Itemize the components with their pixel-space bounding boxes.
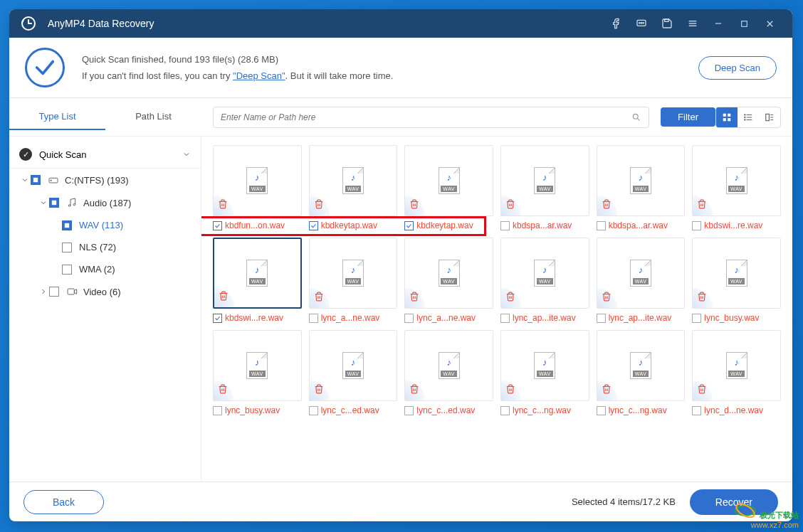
file-thumbnail[interactable]: ♪WAV [692,145,781,216]
file-thumbnail[interactable]: ♪WAV [404,238,493,309]
audio-icon [66,197,78,208]
facebook-icon[interactable] [603,9,629,38]
recover-button[interactable]: Recover [690,489,778,515]
app-logo-icon [19,14,38,33]
search-box[interactable] [213,107,649,128]
file-checkbox[interactable] [213,314,222,323]
file-thumbnail[interactable]: ♪WAV [692,238,781,309]
file-card[interactable]: ♪WAVkbdspa...ar.wav [500,145,589,230]
file-thumbnail[interactable]: ♪WAV [597,330,686,401]
checkbox[interactable] [31,175,41,185]
file-card[interactable]: ♪WAVlync_busy.wav [692,238,781,323]
file-checkbox[interactable] [309,314,318,323]
sidebar-quick-scan[interactable]: ✓ Quick Scan [9,141,201,169]
file-thumbnail[interactable]: ♪WAV [213,145,302,216]
filter-button[interactable]: Filter [661,107,715,127]
message-icon[interactable] [629,9,654,38]
file-card[interactable]: ♪WAVkbdfun...on.wav [213,145,302,230]
file-card[interactable]: ♪WAVlync_c...ed.wav [404,330,493,415]
file-card[interactable]: ♪WAVlync_a...ne.wav [404,238,493,323]
menu-icon[interactable] [680,9,705,38]
checkbox[interactable] [62,265,72,275]
file-card[interactable]: ♪WAVkbdswi...re.wav [692,145,781,230]
checkbox[interactable] [62,243,72,252]
file-card[interactable]: ♪WAVkbdspa...ar.wav [597,145,686,230]
file-label: kbdkeytap.wav [404,220,493,230]
checkbox[interactable] [62,220,72,230]
close-button[interactable] [757,9,782,38]
file-card[interactable]: ♪WAVlync_c...ed.wav [309,330,398,415]
file-checkbox[interactable] [309,406,318,415]
tab-type-list[interactable]: Type List [9,104,105,130]
view-detail-button[interactable] [759,107,780,127]
view-list-button[interactable] [738,107,759,127]
file-label: lync_busy.wav [692,313,781,323]
sidebar-drive[interactable]: C:(NTFS) (193) [9,169,201,191]
file-card[interactable]: ♪WAVlync_c...ng.wav [597,330,686,415]
scan-complete-icon [25,48,65,87]
file-card[interactable]: ♪WAVlync_ap...ite.wav [500,238,589,323]
file-card[interactable]: ♪WAVlync_ap...ite.wav [597,238,686,323]
file-thumbnail[interactable]: ♪WAV [404,145,493,216]
svg-rect-15 [723,113,726,116]
file-card[interactable]: ♪WAVkbdswi...re.wav [213,238,302,323]
file-checkbox[interactable] [597,221,606,230]
file-thumbnail[interactable]: ♪WAV [500,238,589,309]
sidebar-nls[interactable]: NLS (72) [9,236,201,258]
file-thumbnail[interactable]: ♪WAV [597,145,686,216]
file-card[interactable]: ♪WAVkbdkeytap.wav [404,145,493,230]
search-input[interactable] [221,112,631,122]
file-thumbnail[interactable]: ♪WAV [213,238,302,309]
file-checkbox[interactable] [597,314,606,323]
file-thumbnail[interactable]: ♪WAV [404,330,493,401]
file-checkbox[interactable] [597,406,606,415]
checkbox[interactable] [49,287,59,297]
back-button[interactable]: Back [23,490,104,514]
file-checkbox[interactable] [692,406,701,415]
file-checkbox[interactable] [692,314,701,323]
file-thumbnail[interactable]: ♪WAV [309,145,398,216]
file-thumbnail[interactable]: ♪WAV [500,145,589,216]
sidebar-wma[interactable]: WMA (2) [9,258,201,280]
file-checkbox[interactable] [500,406,510,415]
footer: Back Selected 4 items/17.2 KB Recover [9,482,792,521]
file-checkbox[interactable] [213,221,222,230]
wav-file-icon: ♪WAV [342,260,364,287]
file-checkbox[interactable] [309,221,318,230]
file-label: kbdswi...re.wav [692,220,781,230]
file-checkbox[interactable] [213,406,222,415]
svg-point-34 [73,203,75,206]
file-card[interactable]: ♪WAVlync_c...ng.wav [500,330,589,415]
sidebar-video[interactable]: Video (6) [9,280,201,303]
file-thumbnail[interactable]: ♪WAV [500,330,589,401]
file-thumbnail[interactable]: ♪WAV [213,330,302,401]
view-grid-button[interactable] [716,107,738,127]
file-checkbox[interactable] [404,314,414,323]
sidebar-wav[interactable]: WAV (113) [9,214,201,236]
deep-scan-link[interactable]: "Deep Scan" [233,70,285,81]
minimize-button[interactable] [705,9,731,38]
file-card[interactable]: ♪WAVlync_busy.wav [213,330,302,415]
deep-scan-button[interactable]: Deep Scan [698,56,777,80]
sidebar-audio[interactable]: Audio (187) [9,191,201,214]
svg-line-14 [638,118,640,120]
file-checkbox[interactable] [500,314,510,323]
tab-path-list[interactable]: Path List [105,104,201,130]
file-label: lync_d...ne.wav [692,405,781,415]
file-thumbnail[interactable]: ♪WAV [692,330,781,401]
file-card[interactable]: ♪WAVlync_a...ne.wav [309,238,398,323]
file-checkbox[interactable] [692,221,701,230]
file-thumbnail[interactable]: ♪WAV [597,238,686,309]
file-card[interactable]: ♪WAVkbdkeytap.wav [309,145,398,230]
file-thumbnail[interactable]: ♪WAV [309,330,398,401]
checkbox[interactable] [49,198,59,208]
file-checkbox[interactable] [500,221,510,230]
trash-icon [505,384,515,396]
file-card[interactable]: ♪WAVlync_d...ne.wav [692,330,781,415]
save-icon[interactable] [654,9,680,38]
drive-icon [48,174,59,186]
file-checkbox[interactable] [404,406,414,415]
file-checkbox[interactable] [404,221,414,230]
file-thumbnail[interactable]: ♪WAV [309,238,398,309]
maximize-button[interactable] [731,9,757,38]
